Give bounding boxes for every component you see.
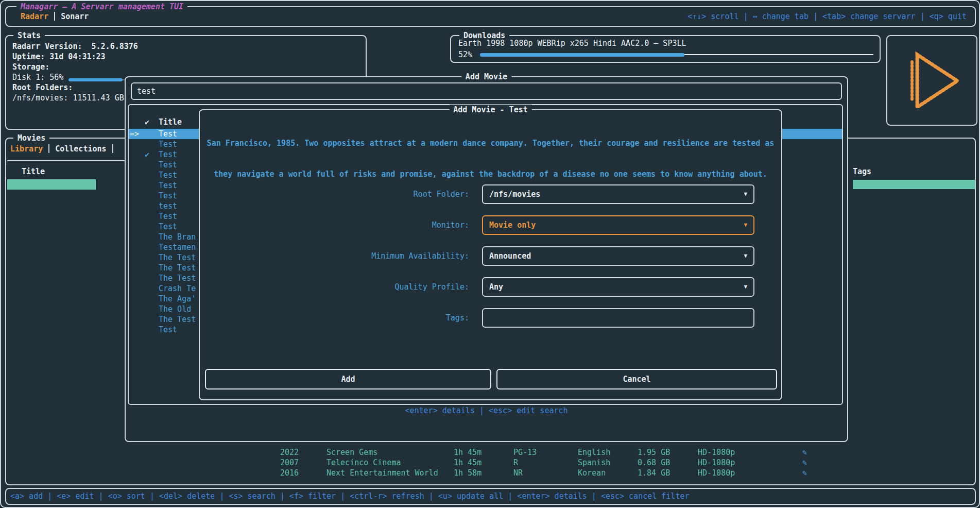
description-line2: they navigate a world full of risks and … [200, 169, 781, 179]
field-select[interactable]: Announced▼ [482, 246, 754, 266]
result-title: Test [159, 129, 177, 139]
detail-rating: R [513, 458, 518, 468]
detail-runtime: 1h 45m [454, 447, 482, 458]
disk-progress-fill [68, 78, 122, 81]
detail-size: 1.95 GB [638, 447, 670, 458]
movie-list-item[interactable]: The Conjuring: The De [7, 210, 127, 221]
movie-list-item[interactable]: The Girl with All the [7, 437, 127, 447]
result-check-icon: ✔ [145, 149, 149, 160]
tags-column-header: Tags [853, 167, 871, 176]
description-line1: San Francisco, 1985. Two opposites attra… [200, 138, 781, 148]
movie-list-item[interactable]: The Conjuring 2 [7, 200, 127, 210]
result-title: The Test [159, 314, 196, 325]
servarr-tabs: RadarrSonarr [21, 7, 89, 26]
movie-list-item[interactable]: A Quiet Place [7, 293, 127, 303]
stat-storage-label: Storage: [12, 62, 164, 72]
detail-size: 0.68 GB [638, 458, 670, 468]
movie-list-item[interactable]: Inception [7, 221, 127, 231]
detail-rating: PG-13 [513, 447, 537, 458]
tab-sonarr[interactable]: Sonarr [61, 12, 89, 21]
download-item: Earth 1998 1080p WEBRip x265 Hindi AAC2.… [458, 38, 686, 48]
movie-list-item[interactable]: Sinister [7, 324, 127, 334]
field-select[interactable] [482, 308, 754, 328]
downloads-box: Downloads Earth 1998 1080p WEBRip x265 H… [450, 35, 881, 63]
movie-list-item[interactable]: The Thing [7, 241, 127, 251]
stat-version: Radarr Version: 5.2.6.8376 [12, 41, 164, 52]
edit-pencil-icon: ✎ [802, 447, 807, 458]
selected-row-tags-highlight [853, 180, 975, 189]
detail-quality: HD-1080p [698, 468, 735, 478]
result-title: Test [159, 325, 177, 335]
field-select[interactable]: /nfs/movies▼ [482, 184, 754, 204]
movie-list-item[interactable]: The Invitation [7, 447, 127, 458]
movie-list-item[interactable]: Gone with the Wind [7, 282, 127, 293]
field-select[interactable]: Movie only▼ [482, 215, 754, 235]
tab-collections[interactable]: Collections [55, 144, 106, 154]
download-percent: 52% [458, 49, 472, 60]
library-tabs: LibraryCollections [10, 142, 119, 156]
movie-list-item[interactable]: =>Dune [7, 179, 96, 190]
result-title: Test [159, 170, 177, 180]
movie-list-item[interactable]: Alien [7, 251, 127, 262]
header-keybind-help: <↑↓> scroll | ↔ change tab | <tab> chang… [687, 7, 967, 26]
movie-list-item[interactable]: A Quiet Place Part II [7, 303, 127, 313]
dropdown-arrow-icon: ▼ [744, 247, 747, 265]
detail-rating: NR [513, 468, 523, 478]
keybar: <a> add | <e> edit | <o> sort | <del> de… [5, 488, 976, 505]
movie-list-item[interactable]: mother! [7, 375, 127, 385]
movie-list-item[interactable]: Misery [7, 406, 127, 416]
edit-pencil-icon: ✎ [802, 458, 807, 468]
keybar-help: <a> add | <e> edit | <o> sort | <del> de… [10, 492, 690, 501]
tab-radarr[interactable]: Radarr [21, 12, 48, 21]
modal-title: Add Movie - Test [449, 105, 532, 115]
movie-list-item[interactable]: The Martian [7, 231, 127, 241]
detail-year: 2022 [280, 447, 299, 458]
cancel-button[interactable]: Cancel [496, 369, 777, 390]
detail-year: 2007 [280, 458, 299, 468]
movie-list-item[interactable]: Life [7, 262, 127, 272]
movie-list-item[interactable]: Train to Busan [7, 468, 127, 478]
add-movie-title: Add Movie [461, 72, 511, 82]
detail-studio: Screen Gems [326, 447, 377, 458]
result-title: The Old [159, 304, 191, 314]
detail-size: 1.84 GB [638, 468, 670, 478]
movie-list-item[interactable]: Sinister 2 [7, 334, 127, 344]
detail-studio: Telecinco Cinema [326, 458, 401, 468]
movie-list-item[interactable]: Lights Out [7, 416, 127, 427]
detail-quality: HD-1080p [698, 458, 735, 468]
detail-quality: HD-1080p [698, 447, 735, 458]
field-label: Minimum Availability: [200, 246, 474, 266]
movie-list-item[interactable]: 1408 [7, 427, 127, 437]
movies-title-header: Title [22, 167, 45, 176]
movie-list-item[interactable]: The Conjuring [7, 190, 127, 200]
movie-list-item[interactable]: Firestarter [7, 396, 127, 406]
header-box: Managarr — A Servarr management TUI Rada… [5, 6, 976, 27]
movie-list-item[interactable]: The Witch [7, 313, 127, 324]
result-title: Test [159, 211, 177, 222]
field-value: Announced [489, 251, 531, 261]
search-input[interactable]: test [131, 82, 842, 100]
add-button[interactable]: Add [205, 369, 491, 390]
download-progress-fill [480, 53, 684, 57]
result-title: Testamen [159, 242, 196, 252]
field-row: Quality Profile: Any▼ [200, 277, 781, 297]
detail-runtime: 1h 58m [454, 468, 482, 478]
field-row: Monitor: Movie only▼ [200, 215, 781, 235]
results-header-title: Title [159, 117, 182, 127]
movie-list-item[interactable]: Nope [7, 272, 127, 282]
movie-list-item[interactable]: The Orphanage [7, 458, 127, 468]
result-title: The Aga' [159, 294, 196, 304]
movie-list-item[interactable]: Slender Man [7, 354, 127, 365]
field-select[interactable]: Any▼ [482, 277, 754, 297]
movie-list-item[interactable]: Us [7, 344, 127, 354]
detail-language: Korean [578, 468, 606, 478]
tab-library[interactable]: Library [10, 144, 43, 154]
edit-pencil-icon: ✎ [802, 468, 807, 478]
field-value: Movie only [489, 221, 536, 230]
field-row: Tags: [200, 308, 781, 328]
movie-list-item[interactable]: Incantation [7, 385, 127, 396]
movie-list-item[interactable]: Ma [7, 365, 127, 375]
dropdown-arrow-icon: ▼ [744, 216, 747, 234]
managarr-app: Managarr — A Servarr management TUI Rada… [0, 0, 980, 508]
stat-disk-label: Disk 1: 56% [12, 73, 63, 82]
